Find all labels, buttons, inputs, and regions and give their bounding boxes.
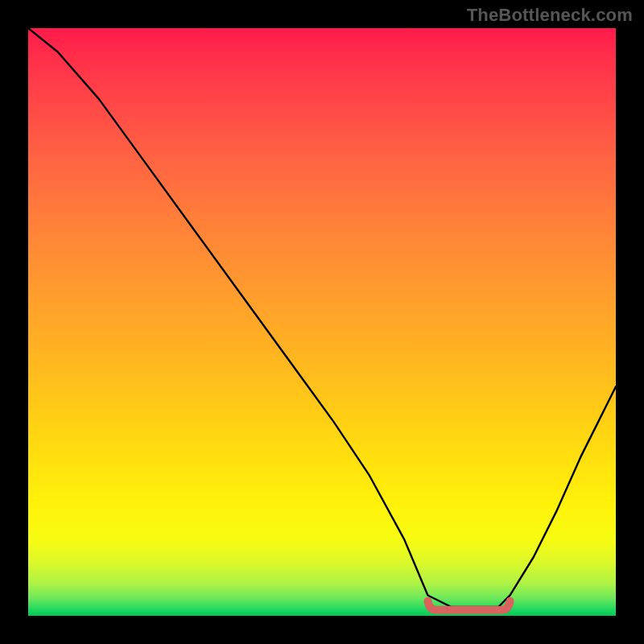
plot-area	[28, 28, 616, 616]
watermark-text: TheBottleneck.com	[467, 5, 633, 26]
chart-svg	[28, 28, 616, 616]
chart-container: TheBottleneck.com	[0, 0, 644, 644]
main-curve	[28, 28, 616, 607]
